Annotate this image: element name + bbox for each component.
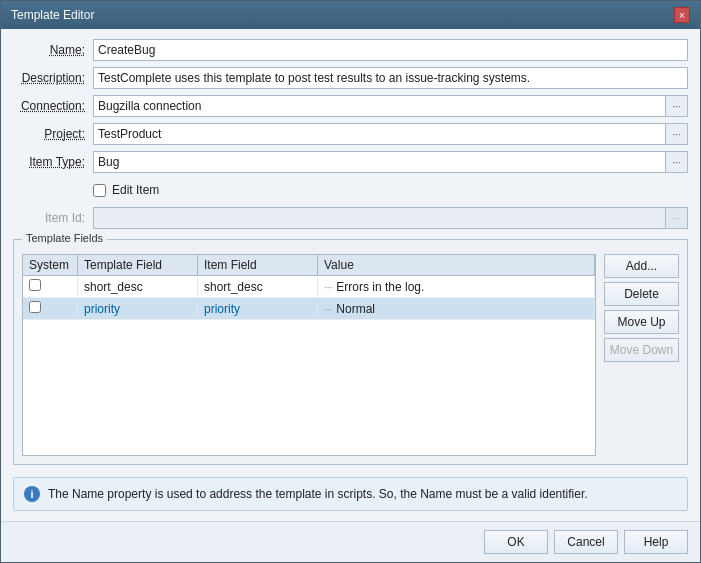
table-row[interactable]: priority priority ···Normal (23, 298, 595, 320)
add-button[interactable]: Add... (604, 254, 679, 278)
connection-field-group: ··· (93, 95, 688, 117)
col-header-system: System (23, 255, 78, 275)
col-header-value: Value (318, 255, 595, 275)
template-fields-group: Template Fields System Template Field It… (13, 239, 688, 465)
project-row: Project: ··· (13, 123, 688, 145)
item-type-field-group: ··· (93, 151, 688, 173)
ok-button[interactable]: OK (484, 530, 548, 554)
move-up-button[interactable]: Move Up (604, 310, 679, 334)
cell-system-1 (23, 277, 78, 296)
cell-value-2: ···Normal (318, 300, 595, 318)
dialog-footer: OK Cancel Help (1, 521, 700, 562)
project-input[interactable] (93, 123, 666, 145)
item-id-browse-button: ··· (666, 207, 688, 229)
row1-system-checkbox[interactable] (29, 279, 41, 291)
connection-browse-button[interactable]: ··· (666, 95, 688, 117)
item-type-row: Item Type: ··· (13, 151, 688, 173)
cell-system-2 (23, 299, 78, 318)
edit-item-label: Edit Item (112, 183, 159, 197)
group-title: Template Fields (22, 232, 107, 244)
connection-input[interactable] (93, 95, 666, 117)
item-type-label: Item Type: (13, 155, 93, 169)
item-id-row: Item Id: ··· (13, 207, 688, 229)
project-browse-button[interactable]: ··· (666, 123, 688, 145)
fields-table: System Template Field Item Field Value s… (22, 254, 596, 456)
project-label: Project: (13, 127, 93, 141)
table-row[interactable]: short_desc short_desc ···Errors in the l… (23, 276, 595, 298)
description-input[interactable] (93, 67, 688, 89)
table-header: System Template Field Item Field Value (23, 255, 595, 276)
connection-label: Connection: (13, 99, 93, 113)
dots-icon-2: ··· (324, 304, 332, 315)
project-field-group: ··· (93, 123, 688, 145)
cell-value-1: ···Errors in the log. (318, 278, 595, 296)
edit-item-checkbox[interactable] (93, 184, 106, 197)
name-row: Name: (13, 39, 688, 61)
name-label: Name: (13, 43, 93, 57)
cancel-button[interactable]: Cancel (554, 530, 618, 554)
cell-template-1: short_desc (78, 278, 198, 296)
cell-item-2: priority (198, 300, 318, 318)
description-row: Description: (13, 67, 688, 89)
item-id-field-group: ··· (93, 207, 688, 229)
dots-icon-1: ··· (324, 282, 332, 293)
item-id-label: Item Id: (13, 211, 93, 225)
close-button[interactable]: × (674, 7, 690, 23)
info-text: The Name property is used to address the… (48, 487, 588, 501)
dialog-title: Template Editor (11, 8, 94, 22)
template-editor-dialog: Template Editor × Name: Description: Con… (0, 0, 701, 563)
title-bar: Template Editor × (1, 1, 700, 29)
info-bar: i The Name property is used to address t… (13, 477, 688, 511)
dialog-body: Name: Description: Connection: ··· Proje… (1, 29, 700, 521)
name-input[interactable] (93, 39, 688, 61)
item-type-input[interactable] (93, 151, 666, 173)
col-header-template-field: Template Field (78, 255, 198, 275)
delete-button[interactable]: Delete (604, 282, 679, 306)
help-button[interactable]: Help (624, 530, 688, 554)
cell-item-1: short_desc (198, 278, 318, 296)
col-header-item-field: Item Field (198, 255, 318, 275)
connection-row: Connection: ··· (13, 95, 688, 117)
group-content: System Template Field Item Field Value s… (22, 254, 679, 456)
edit-item-row: Edit Item (13, 179, 688, 201)
table-actions: Add... Delete Move Up Move Down (604, 254, 679, 456)
cell-template-2: priority (78, 300, 198, 318)
description-label: Description: (13, 71, 93, 85)
item-id-input (93, 207, 666, 229)
table-body: short_desc short_desc ···Errors in the l… (23, 276, 595, 455)
row2-system-checkbox[interactable] (29, 301, 41, 313)
move-down-button[interactable]: Move Down (604, 338, 679, 362)
item-type-browse-button[interactable]: ··· (666, 151, 688, 173)
info-icon: i (24, 486, 40, 502)
